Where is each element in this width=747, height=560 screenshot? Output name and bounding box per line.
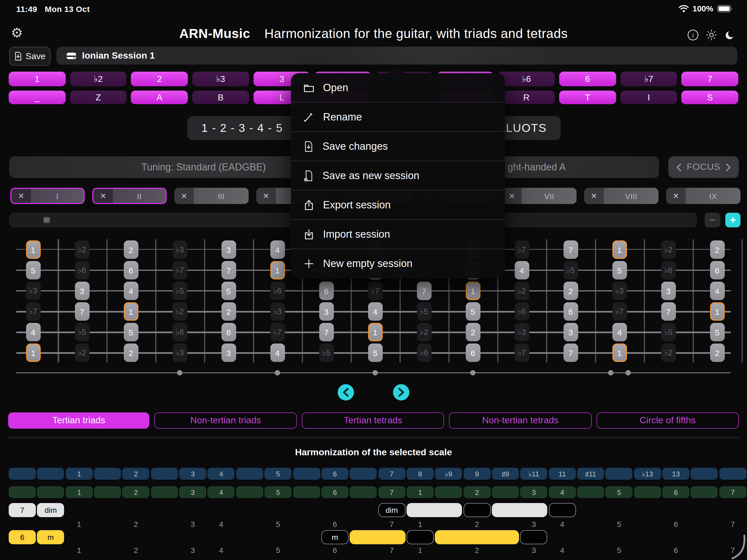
plus-icon [303,258,315,270]
chord-tone-chip [520,530,547,544]
degree-pill-2: 2 [463,486,490,498]
chord-interval-span [435,530,519,544]
chord-degree-chip-6: 6 [9,530,36,544]
degree-pill-17 [492,486,519,498]
menu-item-label: Save as new session [323,169,419,182]
degree-pill-1: 1 [66,486,93,498]
ruler-number: 2 [123,520,150,529]
degree-pill-7: 7 [378,486,405,498]
degree-pill-24 [691,486,718,498]
interval-pill-♭11: ♭11 [520,468,547,480]
degree-pill-6: 6 [662,486,690,498]
ruler-number: 1 [66,520,93,529]
degree-pill-4: 4 [548,486,576,498]
interval-pill-10 [293,468,320,480]
interval-pill-4: 4 [208,468,235,480]
chord-degree-chip-7: 7 [9,503,36,517]
ruler-number: 7 [378,520,405,529]
degree-pill-12 [350,486,377,498]
folder-icon [303,82,315,94]
menu-item-label: Rename [323,111,362,123]
interval-pill-3: 3 [179,468,206,480]
ruler-number: 4 [208,546,235,555]
menu-item-label: Export session [323,199,391,211]
menu-item-save-changes[interactable]: Save changes [291,132,505,161]
degree-pill-1: 1 [407,486,434,498]
degree-pill-5: 5 [264,486,291,498]
interval-pill-0 [9,468,36,480]
degree-pill-22 [634,486,661,498]
ruler-number: 1 [407,546,434,555]
menu-item-label: Open [323,82,348,94]
ruler-number: 3 [179,546,206,555]
menu-item-rename[interactable]: Rename [291,103,505,132]
menu-item-label: New empty session [323,258,412,270]
degree-pill-10 [293,486,320,498]
save-icon [303,140,314,152]
session-context-menu: OpenRenameSave changesSave as new sessio… [291,73,505,278]
interval-pill-3 [94,468,121,480]
chord-tone-chip [407,530,434,544]
interval-pill-6: 6 [321,468,349,480]
chord-root-chip: m [321,530,349,544]
degree-pill-3: 3 [520,486,547,498]
degree-pill-5 [151,486,178,498]
interval-pill-1: 1 [66,468,93,480]
app-screen: 11:49Mon 13 Oct 100% ⚙ ARN-MusicHarmoniz… [0,0,747,560]
interval-pill-7: 7 [378,468,405,480]
interval-pill-♭13: ♭13 [634,468,661,480]
corner-swoosh [727,534,747,560]
degree-pill-5: 5 [606,486,633,498]
degree-pill-1 [37,486,64,498]
ruler-number: 2 [463,520,490,529]
interval-pill-5 [151,468,178,480]
ruler-number: 3 [520,546,547,555]
interval-pill-1 [37,468,64,480]
interval-pill-12 [350,468,377,480]
interval-pill-5: 5 [264,468,291,480]
pencil-icon [303,111,315,123]
interval-pill-♯11: ♯11 [577,468,604,480]
ruler-number: 5 [264,546,291,555]
menu-item-label: Save changes [323,140,388,152]
degree-pill-15 [435,486,462,498]
interval-pill-2: 2 [123,468,150,480]
interval-pill-21 [606,468,633,480]
chord-interval-span [350,530,405,544]
menu-item-import-session[interactable]: Import session [291,220,505,249]
chord-root-chip: dim [378,503,405,517]
ruler-number: 5 [606,546,633,555]
degree-pill-7: 7 [719,486,746,498]
ruler-number: 2 [463,546,490,555]
interval-pill-11: 11 [548,468,576,480]
degree-pill-3: 3 [179,486,206,498]
ruler-number: 4 [208,520,235,529]
ruler-number: 1 [66,546,93,555]
chord-interval-span [492,503,547,517]
interval-pill-9: 9 [463,468,490,480]
menu-item-open[interactable]: Open [291,73,505,103]
menu-item-new-empty-session[interactable]: New empty session [291,249,505,278]
ruler-number: 6 [662,546,690,555]
degree-pill-0 [9,486,36,498]
degree-pill-2: 2 [123,486,150,498]
ruler-number: 3 [520,520,547,529]
interval-pill-8: 8 [407,468,434,480]
chord-quality-chip-m: m [37,530,64,544]
menu-item-save-as-new-session[interactable]: Save as new session [291,161,505,190]
ruler-number: 6 [321,546,349,555]
menu-item-export-session[interactable]: Export session [291,190,505,220]
degree-pill-3 [94,486,121,498]
ruler-number: 4 [548,546,576,555]
ruler-number: 5 [606,520,633,529]
ruler-number: 7 [378,546,405,555]
degree-pill-20 [577,486,604,498]
interval-pill-♯9: ♯9 [492,468,519,480]
save-as-icon [303,169,314,182]
ruler-number: 4 [548,520,576,529]
degree-pill-8 [236,486,263,498]
chord-tone-chip [548,503,576,517]
ruler-number: 6 [321,520,349,529]
degree-pill-4: 4 [208,486,235,498]
chord-interval-span [407,503,462,517]
